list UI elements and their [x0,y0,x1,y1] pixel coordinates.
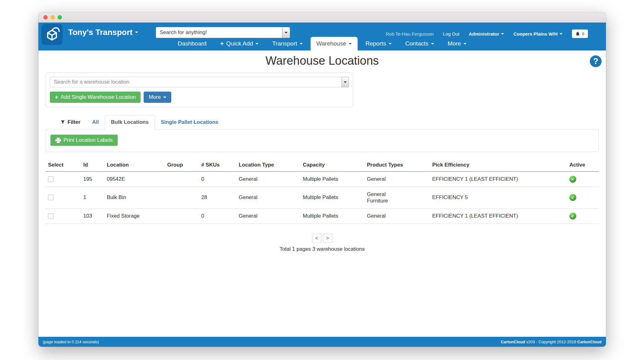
table-row: 1 Bulk Bin 28 General Multiple Pallets G… [46,187,599,209]
col-group: Group [165,159,199,171]
cell-location-type: General [236,208,300,223]
row-select-checkbox[interactable] [48,195,54,200]
cell-product-types: General Furniture [364,187,430,209]
product-type: Furniture [367,197,427,204]
caret-down-icon [559,33,563,35]
tab-label: All [92,119,99,125]
col-active: Active [567,159,599,171]
nav-label: Reports [365,40,386,47]
tab-bulk-locations[interactable]: Bulk Locations [105,115,155,129]
caret-down-icon [255,43,259,45]
role-label: Administrator [469,31,499,37]
copyright: CartonCloud v203 - Copyright 2012-2019 C… [501,340,602,344]
zoom-window-button[interactable] [58,15,62,20]
tab-label: Single Pallet Locations [161,119,218,125]
tenant-switcher[interactable]: Tony's Transport [68,28,138,37]
prev-page-button[interactable]: < [312,234,321,243]
warehouse-locations-table: Select Id Location Group # SKUs Location… [46,159,599,224]
check-glyph: ✓ [571,177,575,182]
tab-all[interactable]: All [86,115,105,129]
caret-down-icon [285,32,288,33]
close-window-button[interactable] [43,15,48,20]
cell-capacity: Multiple Pallets [300,187,364,209]
current-user-link[interactable]: Rob Te-Hau Fergusson [386,31,434,37]
role-dropdown[interactable]: Administrator [469,31,504,37]
cell-skus: 28 [199,187,236,209]
cell-group [165,171,199,187]
cell-skus: 0 [199,171,236,187]
nav-label: Contacts [405,40,429,47]
print-location-labels-button[interactable]: Print Location Labels [50,135,118,146]
caret-down-icon [501,33,504,35]
add-single-warehouse-location-button[interactable]: + Add Single Warehouse Location [50,92,141,103]
caret-down-icon [431,43,434,45]
window-titlebar [38,12,606,23]
tabs-row: Filter All Bulk Locations Single Pallet … [46,115,599,129]
location-search-panel: + Add Single Warehouse Location More [46,72,353,107]
cell-product-types: General [364,171,430,187]
nav-label: Transport [272,40,297,47]
next-page-button[interactable]: > [323,234,332,243]
cell-location-type: General [236,187,300,209]
nav-contacts[interactable]: Contacts [399,37,440,50]
product-type: General [367,191,427,197]
row-select-checkbox[interactable] [48,176,54,182]
help-icon[interactable]: ? [590,55,602,67]
warehouse-dropdown[interactable]: Coopers Plains W/H [513,31,563,37]
footer-brand: CartonCloud [501,340,525,344]
nav-transport[interactable]: Transport [266,37,309,50]
page-content: Warehouse Locations ? + Add Single Wareh… [38,50,606,337]
tab-single-pallet-locations[interactable]: Single Pallet Locations [155,115,224,129]
nav-label: Quick Add [226,40,253,47]
more-actions-button[interactable]: More [144,92,171,103]
nav-more[interactable]: More [442,37,472,50]
global-search-dropdown-button[interactable] [282,27,290,38]
col-capacity: Capacity [300,159,364,171]
tab-filter[interactable]: Filter [55,115,86,129]
caret-down-icon [463,43,467,45]
print-button-label: Print Location Labels [63,137,113,143]
nav-quick-add[interactable]: + Quick Add [214,37,264,50]
global-search-input[interactable] [156,27,282,38]
global-search [156,27,290,38]
cell-pick-efficiency: EFFICIENCY 1 (LEAST EFFICIENT) [430,171,567,187]
table-row: 195 09542E 0 General Multiple Pallets Ge… [46,171,599,187]
cell-location: Fixed Storage [104,208,165,223]
table-row: 103 Fixed Storage 0 General Multiple Pal… [46,208,599,223]
printer-icon [55,138,61,143]
location-search-dropdown-button[interactable] [342,77,349,87]
cell-product-types: General [364,208,430,223]
caret-down-icon [135,32,138,33]
pagination: < > [46,234,599,243]
cell-active: ✓ [567,171,599,187]
tab-label: Filter [67,119,80,125]
nav-reports[interactable]: Reports [359,37,398,50]
plus-icon: + [55,95,58,99]
row-select-checkbox[interactable] [48,213,54,219]
logout-link[interactable]: Log Out [443,31,459,37]
pagination-summary: Total 1 pages 3 warehouse locations [46,246,599,252]
col-location-type: Location Type [236,159,300,171]
caret-down-icon [300,43,303,45]
page-load-time: (page loaded in 0.114 seconds) [43,340,99,344]
question-mark: ? [593,57,598,66]
add-button-label: Add Single Warehouse Location [61,94,136,100]
col-id: Id [81,159,104,171]
minimize-window-button[interactable] [50,15,55,20]
bulk-actions-panel: Print Location Labels [46,129,599,152]
nav-label: Dashboard [178,40,207,47]
cell-capacity: Multiple Pallets [300,208,364,223]
location-search-input[interactable] [50,77,342,87]
check-glyph: ✓ [571,195,575,200]
active-check-icon: ✓ [569,176,576,183]
col-skus: # SKUs [199,159,236,171]
location-search [50,77,349,87]
app-footer: (page loaded in 0.114 seconds) CartonClo… [38,337,606,347]
check-glyph: ✓ [571,214,575,219]
cell-skus: 0 [199,208,236,223]
nav-warehouse[interactable]: Warehouse [311,37,358,50]
app-window: Tony's Transport Rob Te-Hau Fergusson Lo… [38,12,606,347]
cell-id: 1 [81,187,104,209]
nav-dashboard[interactable]: Dashboard [172,37,212,50]
cell-id: 103 [81,208,104,223]
